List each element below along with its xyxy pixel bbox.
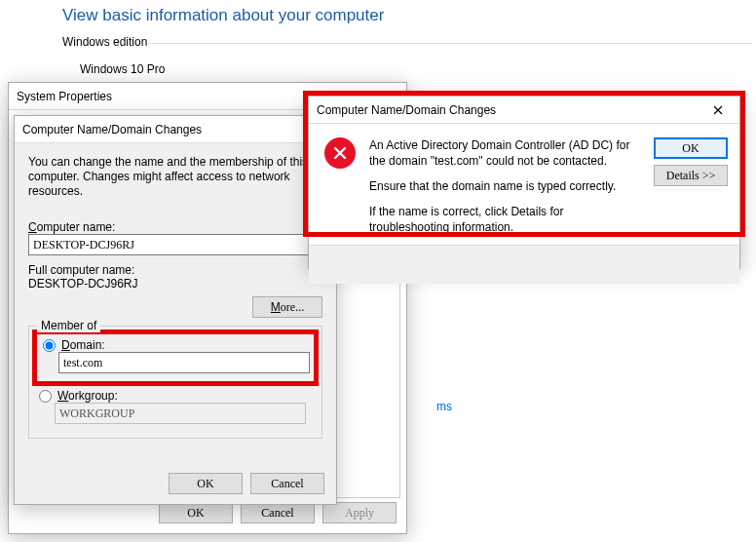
divider [148,43,752,44]
domain-radio-row[interactable]: Domain: [43,338,308,352]
workgroup-radio-row[interactable]: Workgroup: [39,389,312,403]
sysprops-apply-button[interactable]: Apply [322,502,397,523]
error-message: An Active Directory Domain Controller (A… [369,137,636,235]
error-title: Computer Name/Domain Changes [317,103,496,117]
domain-changes-title: Computer Name/Domain Changes [22,123,202,136]
workgroup-input [55,403,306,424]
domchg-ok-button[interactable]: OK [169,473,243,494]
error-line-2: Ensure that the domain name is typed cor… [369,178,636,194]
domain-radio[interactable] [43,339,56,352]
more-button[interactable]: More... [252,296,322,318]
edition-value: Windows 10 Pro [80,62,165,76]
edition-group-label: Windows edition [62,35,147,49]
member-of-group: Member of Domain: Workgroup: [28,326,322,439]
page-title: View basic information about your comput… [62,6,384,25]
domain-changes-titlebar[interactable]: Computer Name/Domain Changes [15,116,336,143]
ms-link-peek[interactable]: ms [436,400,452,413]
sysprops-cancel-button[interactable]: Cancel [241,502,315,523]
error-footer [309,245,739,284]
domchg-cancel-button[interactable]: Cancel [250,473,324,494]
error-line-3: If the name is correct, click Details fo… [369,204,636,235]
computer-name-label: Computer name: [28,220,322,234]
close-icon[interactable] [696,97,739,124]
error-icon [324,137,356,169]
error-ok-button[interactable]: OK [654,137,728,159]
workgroup-radio[interactable] [39,390,52,403]
full-computer-name-label: Full computer name: [28,263,322,277]
computer-name-input[interactable] [28,234,309,255]
system-properties-title: System Properties [17,90,112,103]
sysprops-ok-button[interactable]: OK [159,502,233,523]
error-details-button[interactable]: Details >> [654,165,728,186]
error-line-1: An Active Directory Domain Controller (A… [369,137,636,169]
domain-changes-dialog: Computer Name/Domain Changes You can cha… [14,115,337,505]
full-computer-name-value: DESKTOP-DCJ96RJ [28,277,322,290]
error-titlebar[interactable]: Computer Name/Domain Changes [309,97,739,124]
error-dialog: Computer Name/Domain Changes An Active D… [308,96,740,269]
member-of-legend: Member of [37,319,100,332]
domain-input[interactable] [58,352,310,373]
domain-changes-explain: You can change the name and the membersh… [28,155,322,199]
